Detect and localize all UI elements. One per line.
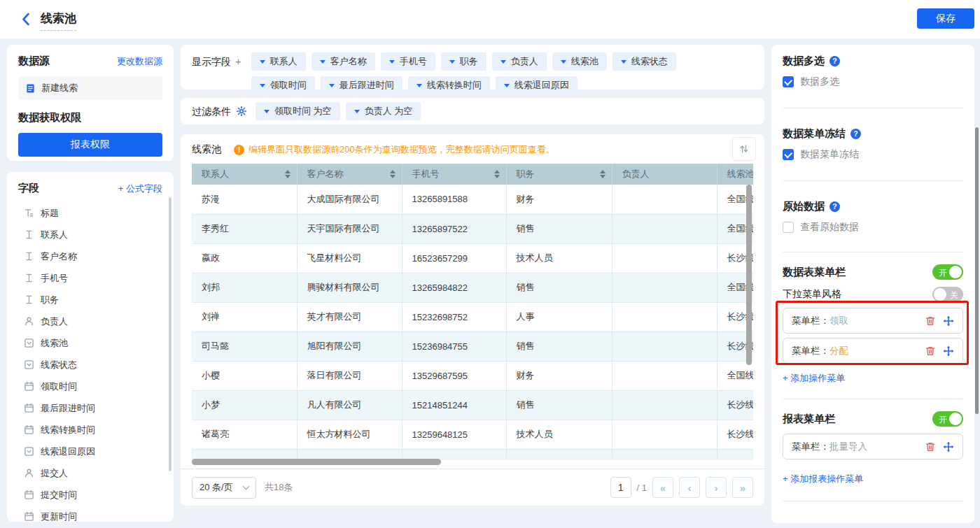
- sort-order-button[interactable]: [732, 137, 756, 161]
- field-item[interactable]: 手机号: [18, 267, 162, 289]
- field-item[interactable]: 领取时间: [18, 376, 162, 397]
- display-field-tag[interactable]: 负责人: [492, 52, 547, 71]
- table-row[interactable]: 嬴政飞星材料公司16523657299技术人员长沙线索池: [192, 243, 753, 273]
- field-item[interactable]: 联系人: [18, 224, 162, 245]
- display-field-tag[interactable]: 客户名称: [312, 52, 375, 71]
- report-menu-toggle[interactable]: 开: [932, 411, 963, 427]
- menu-bar-item[interactable]: 菜单栏：领取: [783, 308, 963, 334]
- field-item[interactable]: 客户名称: [18, 245, 162, 267]
- help-icon[interactable]: [830, 201, 840, 212]
- field-item[interactable]: 更新时间: [18, 506, 162, 522]
- dropdown-style-toggle[interactable]: 关: [932, 287, 963, 302]
- table-vertical-scrollbar[interactable]: [746, 185, 752, 365]
- table-row[interactable]: 苏漫大成国际有限公司13265891588财务全国线索池: [192, 185, 753, 214]
- raw-data-checkbox-row[interactable]: 查看原始数据: [783, 221, 963, 234]
- display-field-tag[interactable]: 线索状态: [612, 52, 676, 71]
- display-field-tag[interactable]: 线索退回原因: [496, 76, 578, 94]
- column-header[interactable]: 手机号: [402, 164, 506, 185]
- display-field-tag[interactable]: 线索转换时间: [408, 76, 490, 94]
- multi-select-checkbox-row[interactable]: 数据多选: [783, 76, 963, 88]
- display-field-tag[interactable]: 联系人: [251, 52, 306, 71]
- table-cell: 刘禅: [192, 302, 297, 331]
- move-icon[interactable]: [943, 441, 954, 452]
- table-horizontal-scrollbar[interactable]: [192, 459, 441, 465]
- save-button[interactable]: 保存: [917, 8, 974, 29]
- prev-page-button[interactable]: ‹: [679, 477, 700, 498]
- first-page-button[interactable]: «: [652, 477, 673, 498]
- column-header[interactable]: 线索池: [717, 164, 753, 185]
- raw-data-checkbox[interactable]: [783, 222, 794, 233]
- field-item[interactable]: 线索状态: [18, 354, 162, 376]
- sort-asc-icon: [285, 170, 290, 173]
- menu-bar-item[interactable]: 菜单栏：分配: [783, 338, 963, 364]
- table-row[interactable]: 司马懿旭阳有限公司15236984755销售长沙线索池: [192, 331, 753, 361]
- help-icon[interactable]: [830, 56, 840, 66]
- change-datasource-link[interactable]: 更改数据源: [117, 55, 162, 68]
- trash-icon[interactable]: [925, 441, 936, 452]
- add-formula-field-link[interactable]: + 公式字段: [118, 183, 162, 195]
- display-field-tag[interactable]: 职务: [441, 52, 486, 71]
- table-row[interactable]: 刘邦腾骏材料有限公司13265984822销售全国线索池: [192, 273, 753, 302]
- add-display-field-button[interactable]: +: [235, 52, 241, 71]
- table-row[interactable]: 诸葛亮恒太方材料公司13259648125技术人员长沙线索池: [192, 420, 753, 449]
- column-header[interactable]: 客户名称: [297, 164, 402, 185]
- current-page-input[interactable]: 1: [610, 477, 631, 498]
- sort-arrows-icon[interactable]: [600, 170, 606, 178]
- fields-scrollbar[interactable]: [169, 197, 172, 471]
- sort-arrows-icon[interactable]: [390, 170, 396, 178]
- gear-icon[interactable]: [236, 106, 247, 117]
- table-cell: [612, 361, 717, 390]
- sort-arrows-icon[interactable]: [285, 170, 290, 178]
- field-item[interactable]: 标题: [18, 202, 162, 224]
- add-report-action-menu-link[interactable]: + 添加报表操作菜单: [783, 473, 963, 485]
- display-field-tag[interactable]: 最后跟进时间: [321, 76, 402, 94]
- field-item[interactable]: 职务: [18, 289, 162, 311]
- menu-bar-item[interactable]: 菜单栏：批量导入: [783, 434, 963, 459]
- field-item[interactable]: 负责人: [18, 311, 162, 332]
- table-cell: 13265891588: [402, 185, 506, 214]
- table-menu-toggle[interactable]: 开: [932, 264, 963, 280]
- table-row[interactable]: 小樱落日有限公司13529687595财务全国线索池: [192, 361, 753, 390]
- column-header[interactable]: 联系人: [192, 164, 297, 185]
- divider: [783, 399, 963, 399]
- trash-icon[interactable]: [925, 345, 936, 357]
- add-action-menu-link[interactable]: + 添加操作菜单: [783, 372, 963, 385]
- field-item[interactable]: 线索池: [18, 332, 162, 354]
- help-icon[interactable]: [850, 129, 861, 139]
- table-row[interactable]: 李秀红天宇国际有限公司13265897522销售全国线索池: [192, 214, 753, 243]
- trash-icon[interactable]: [925, 315, 936, 327]
- move-icon[interactable]: [943, 315, 954, 327]
- filter-condition-tag[interactable]: 负责人 为空: [346, 102, 421, 120]
- field-item[interactable]: 线索转换时间: [18, 419, 162, 441]
- move-icon[interactable]: [943, 345, 954, 357]
- table-row[interactable]: 小梦凡人有限公司15214851244销售长沙线索池: [192, 390, 753, 420]
- report-permission-button[interactable]: 报表权限: [18, 133, 162, 157]
- page-scrollbar[interactable]: [975, 127, 979, 414]
- person-icon: [24, 316, 34, 327]
- menu-freeze-checkbox-row[interactable]: 数据菜单冻结: [783, 148, 963, 161]
- display-field-tag[interactable]: 领取时间: [251, 76, 315, 94]
- display-field-tag[interactable]: 手机号: [381, 52, 435, 71]
- next-page-button[interactable]: ›: [706, 477, 727, 498]
- table-cell: 销售: [506, 214, 612, 243]
- column-header[interactable]: 职务: [506, 164, 612, 185]
- filter-condition-tag[interactable]: 领取时间 为空: [255, 102, 340, 120]
- display-field-tag[interactable]: 线索池: [552, 52, 607, 71]
- settings-panel: 数据多选 数据多选 数据菜单冻结 数据菜单冻结 原始数据 查看原始数据 数据表菜…: [771, 45, 974, 523]
- table-cell: 小樱: [192, 361, 297, 390]
- field-item[interactable]: 提交时间: [18, 484, 162, 506]
- datasource-item[interactable]: 新建线索: [18, 76, 162, 100]
- back-icon[interactable]: [18, 10, 35, 27]
- table-row[interactable]: 刘禅英才有限公司15232698752人事长沙线索池: [192, 302, 753, 331]
- menu-freeze-checkbox[interactable]: [783, 149, 794, 160]
- multi-select-checkbox[interactable]: [783, 76, 794, 87]
- page-size-select[interactable]: 20 条/页: [192, 477, 256, 499]
- caret-down-icon: [561, 60, 566, 64]
- field-item[interactable]: 提交人: [18, 462, 162, 484]
- page-title[interactable]: 线索池: [41, 10, 76, 31]
- last-page-button[interactable]: »: [732, 477, 753, 498]
- field-item[interactable]: 最后跟进时间: [18, 397, 162, 419]
- sort-arrows-icon[interactable]: [494, 170, 500, 178]
- field-item[interactable]: 线索退回原因: [18, 441, 162, 462]
- column-header[interactable]: 负责人: [612, 164, 717, 185]
